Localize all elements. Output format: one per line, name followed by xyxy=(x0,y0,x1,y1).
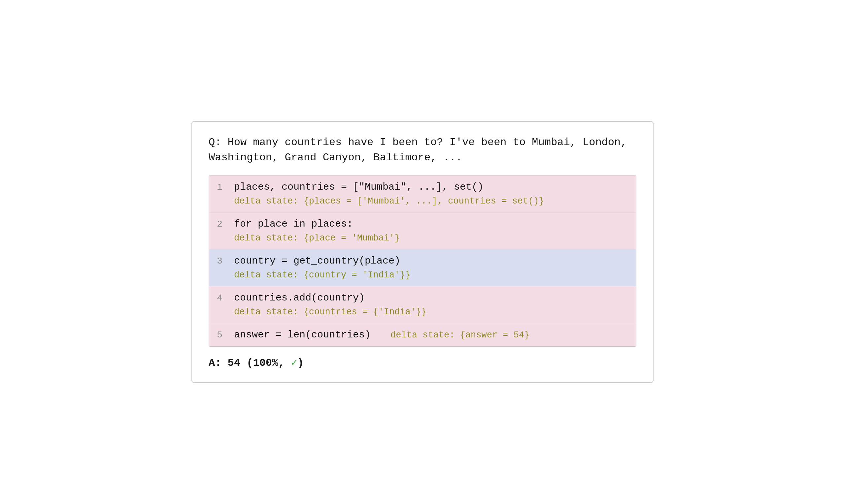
step-2-code-line: 2 for place in places: xyxy=(217,218,628,230)
answer-suffix: ) xyxy=(297,357,304,369)
step-4-delta-spacer xyxy=(217,307,234,317)
step-1-line-number: 1 xyxy=(217,182,234,192)
step-3-delta-value: {country = 'India'}} xyxy=(298,270,410,280)
step-3-delta-label: delta state: xyxy=(234,270,298,280)
step-1-delta-value: {places = ['Mumbai', ...], countries = s… xyxy=(298,196,544,206)
step-2-delta-line: delta state: {place = 'Mumbai'} xyxy=(217,233,628,243)
step-5-line-number: 5 xyxy=(217,330,234,340)
step-1-code: places, countries = ["Mumbai", ...], set… xyxy=(234,181,483,193)
step-2: 2 for place in places: delta state: {pla… xyxy=(209,212,636,249)
step-1-code-line: 1 places, countries = ["Mumbai", ...], s… xyxy=(217,181,628,193)
step-3-delta-spacer xyxy=(217,270,234,280)
answer-block: A: 54 (100%, ✓) xyxy=(209,356,636,369)
step-4-line-number: 4 xyxy=(217,293,234,303)
step-5-code: answer = len(countries) xyxy=(234,329,371,340)
step-1: 1 places, countries = ["Mumbai", ...], s… xyxy=(209,176,636,212)
answer-text: A: 54 (100%, xyxy=(209,357,291,369)
step-5-code-group: 5 answer = len(countries) xyxy=(217,329,371,340)
step-2-delta-value: {place = 'Mumbai'} xyxy=(298,233,400,243)
step-3-line-number: 3 xyxy=(217,256,234,266)
step-4-delta-line: delta state: {countries = {'India'}} xyxy=(217,307,628,317)
step-5-row: 5 answer = len(countries) delta state: {… xyxy=(217,329,628,340)
step-2-delta-spacer xyxy=(217,233,234,243)
step-3-delta-line: delta state: {country = 'India'}} xyxy=(217,270,628,280)
step-4-delta-label: delta state: xyxy=(234,307,298,317)
step-4-delta-value: {countries = {'India'}} xyxy=(298,307,426,317)
main-container: Q: How many countries have I been to? I'… xyxy=(191,121,654,383)
checkmark-icon: ✓ xyxy=(291,357,297,369)
step-5-delta-label: delta state: xyxy=(390,330,455,340)
step-1-delta-spacer xyxy=(217,196,234,206)
step-1-delta-line: delta state: {places = ['Mumbai', ...], … xyxy=(217,196,628,206)
step-4-code: countries.add(country) xyxy=(234,292,365,304)
step-4-code-line: 4 countries.add(country) xyxy=(217,292,628,304)
step-5-delta-group: delta state: {answer = 54} xyxy=(390,330,529,340)
step-2-line-number: 2 xyxy=(217,219,234,229)
question-text: Q: How many countries have I been to? I'… xyxy=(209,135,636,166)
step-2-delta-label: delta state: xyxy=(234,233,298,243)
step-4: 4 countries.add(country) delta state: {c… xyxy=(209,286,636,323)
step-3: 3 country = get_country(place) delta sta… xyxy=(209,249,636,286)
step-1-delta-label: delta state: xyxy=(234,196,298,206)
step-2-code: for place in places: xyxy=(234,218,353,230)
step-3-code-line: 3 country = get_country(place) xyxy=(217,255,628,267)
step-3-code: country = get_country(place) xyxy=(234,255,400,267)
step-5: 5 answer = len(countries) delta state: {… xyxy=(209,323,636,346)
code-steps-container: 1 places, countries = ["Mumbai", ...], s… xyxy=(209,175,636,347)
step-5-delta-value: {answer = 54} xyxy=(455,330,530,340)
